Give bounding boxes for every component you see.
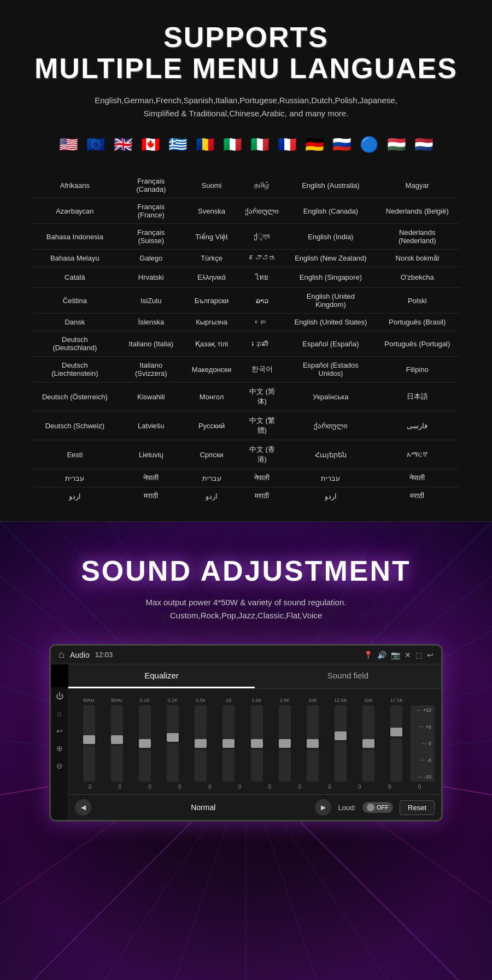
power-icon[interactable]: ⏻	[56, 692, 63, 700]
eq-zero-label: 0	[135, 784, 165, 790]
flag-icon: 🇬🇧	[111, 132, 135, 156]
table-cell: Deutsch (Österreich)	[33, 382, 117, 411]
device-header: ⌂ Audio 12:03 📍 🔊 📷 ✕ ⬚ ↩	[51, 646, 441, 664]
eq-slider-thumb[interactable]	[251, 739, 263, 748]
flag-icon: 🇷🇺	[330, 132, 354, 156]
eq-next-button[interactable]: ▶	[315, 799, 331, 816]
table-cell: Lietuvių	[117, 440, 185, 469]
tab-equalizer[interactable]: Equalizer	[68, 664, 255, 688]
eq-slider-track[interactable]	[279, 705, 291, 782]
eq-freq-label: 0.5K	[196, 698, 206, 703]
eq-scale-value: +5	[426, 724, 431, 730]
table-cell: नेपाली	[238, 469, 286, 487]
eq-slider-track[interactable]	[195, 705, 207, 782]
table-cell: Azərbaycan	[33, 198, 117, 224]
tab-sound-field[interactable]: Sound field	[255, 664, 441, 688]
table-cell: मराठी	[376, 487, 459, 505]
back-icon[interactable]: ↩	[427, 651, 434, 659]
table-cell: Português (Brasil)	[376, 314, 459, 331]
eq-slider-thumb[interactable]	[335, 731, 347, 740]
table-cell: தமிழ்	[238, 173, 286, 198]
eq-slider-thumb[interactable]	[111, 735, 123, 744]
eq-scale-tick	[422, 743, 426, 744]
table-row: עבריתनेपालीעבריתनेपालीעבריתनेपाली	[33, 469, 459, 487]
eq-scale-value: 0	[429, 741, 431, 746]
table-cell: Italiano (Italia)	[117, 331, 185, 357]
device-main-content: Equalizer Sound field 60Hz80Hz0.1K0.2K0.…	[68, 664, 441, 820]
eq-slider-thumb[interactable]	[222, 739, 235, 748]
eq-slider-thumb[interactable]	[195, 739, 207, 748]
eq-slider-thumb[interactable]	[362, 739, 374, 748]
eq-slider-track[interactable]	[83, 705, 95, 782]
loud-label: Loud:	[338, 804, 356, 812]
eq-zero-label: 0	[255, 784, 285, 790]
eq-scale-tick-row: +5	[414, 724, 431, 730]
eq-slider-thumb[interactable]	[83, 735, 95, 744]
table-cell: ქართული	[238, 198, 286, 224]
table-row: AfrikaansFrançais (Canada)Suomiதமிழ்Engl…	[33, 173, 459, 198]
eq-slider-track[interactable]	[167, 705, 179, 782]
eq-slider-thumb[interactable]	[167, 733, 179, 742]
loud-toggle[interactable]: OFF	[362, 802, 393, 813]
window-icon[interactable]: ⬚	[415, 651, 423, 659]
eq-slider-track[interactable]	[307, 705, 319, 782]
table-cell: 中文 (简体)	[238, 382, 286, 411]
sidebar-home-icon[interactable]: ⌂	[57, 709, 61, 718]
eq-slider-thumb[interactable]	[307, 739, 319, 748]
eq-band-col: 0.1K	[131, 698, 159, 782]
eq-freq-label: 15K	[364, 698, 373, 703]
table-cell: Bahasa Melayu	[33, 250, 117, 267]
table-row: Bahasa MelayuGalegoTürkçeಕನ್ನಡEnglish (N…	[33, 250, 459, 267]
eq-zero-label: 0	[75, 784, 105, 790]
eq-slider-track[interactable]	[390, 705, 402, 782]
eq-prev-button[interactable]: ◀	[75, 799, 91, 816]
eq-band-col: 1.5K	[243, 698, 271, 782]
flag-icon: 🇷🇴	[193, 132, 217, 156]
table-cell: Nederlands (België)	[376, 198, 459, 224]
table-cell: Dansk	[33, 314, 117, 331]
flag-icon: 🇭🇺	[384, 132, 408, 156]
table-row: DanskÍslenskaКыргызчаၸႄႈEnglish (United …	[33, 314, 459, 331]
table-cell: ಕನ್ನಡ	[238, 250, 286, 267]
table-cell: Português (Portugal)	[376, 331, 459, 357]
table-cell: English (Canada)	[286, 198, 375, 224]
eq-slider-thumb[interactable]	[390, 728, 402, 736]
eq-slider-track[interactable]	[111, 705, 123, 782]
table-cell: עברית	[33, 469, 117, 487]
device-body: ⏻ ⌂ ↩ ⊕ ⊖ Equalizer Sound field 60Hz80Hz…	[51, 664, 441, 820]
sidebar-back-icon[interactable]: ↩	[56, 727, 63, 735]
eq-scale-value: +10	[423, 707, 431, 713]
eq-zero-label: 0	[225, 784, 255, 790]
eq-scale-tick-row: -5	[414, 758, 431, 763]
eq-freq-label: 60Hz	[83, 698, 95, 703]
device-sidebar: ⏻ ⌂ ↩ ⊕ ⊖	[51, 687, 68, 820]
eq-slider-track[interactable]	[362, 705, 374, 782]
eq-preset-name: Normal	[98, 803, 308, 812]
sidebar-minus-icon[interactable]: ⊖	[56, 761, 63, 770]
eq-slider-thumb[interactable]	[279, 739, 291, 748]
eq-slider-track[interactable]	[222, 705, 235, 782]
table-cell: नेपाली	[376, 469, 459, 487]
table-cell: Čeština	[33, 288, 117, 314]
eq-freq-label: 1.5K	[251, 698, 262, 703]
eq-slider-thumb[interactable]	[139, 739, 151, 748]
table-cell: 한국어	[238, 357, 286, 382]
sidebar-plus-icon[interactable]: ⊕	[56, 744, 63, 753]
table-row: اردوमराठीاردوमराठीاردوमराठी	[33, 487, 459, 505]
eq-scale-tick	[418, 777, 422, 777]
table-cell: Polski	[376, 288, 459, 314]
home-icon[interactable]: ⌂	[58, 649, 65, 660]
table-row: Deutsch (Schweiz)LatviešuРусский中文 (繁體)ქ…	[33, 411, 459, 440]
table-cell: IsiZulu	[117, 288, 185, 314]
eq-slider-track[interactable]	[335, 705, 347, 782]
table-cell: 中文 (繁體)	[238, 411, 286, 440]
flag-icon: 🇳🇱	[412, 132, 436, 156]
eq-slider-track[interactable]	[139, 705, 151, 782]
table-cell: Español (Estados Unidos)	[286, 357, 375, 382]
reset-button[interactable]: Reset	[400, 800, 435, 815]
close-icon[interactable]: ✕	[405, 651, 411, 659]
eq-container: 60Hz80Hz0.1K0.2K0.5K1K1.5K2.5K10K12.5K15…	[75, 698, 435, 782]
eq-slider-track[interactable]	[251, 705, 263, 782]
table-cell: ၸႄႈ	[238, 314, 286, 331]
grid-floor	[0, 849, 492, 980]
